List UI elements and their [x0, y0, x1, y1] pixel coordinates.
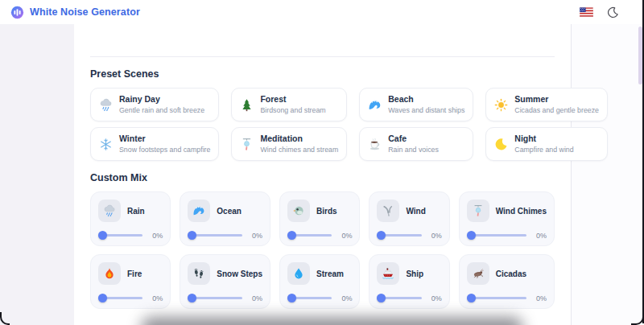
mixer-sound-name: Ship	[406, 269, 423, 278]
slider-thumb[interactable]	[467, 294, 476, 302]
sound-icon-badge	[377, 262, 399, 285]
app-header: White Noise Generator	[0, 0, 644, 24]
language-flag-button[interactable]	[580, 7, 593, 17]
preset-description: Rain and voices	[388, 146, 439, 154]
sound-icon-badge	[467, 200, 489, 222]
preset-name: Meditation	[260, 134, 338, 144]
theme-toggle-moon-icon[interactable]	[607, 6, 619, 19]
preset-card-rainy-day[interactable]: Rainy Day Gentle rain and soft breeze	[90, 88, 219, 121]
rain-cloud-icon	[99, 98, 113, 112]
volume-value: 0%	[532, 294, 547, 302]
preset-card-summer[interactable]: Summer Cicadas and gentle breeze	[485, 88, 608, 121]
preset-scenes-title: Preset Scenes	[90, 68, 555, 80]
preset-name: Night	[514, 134, 573, 144]
volume-slider-fire[interactable]	[98, 294, 142, 302]
snowflake-icon	[99, 138, 113, 151]
wind-chime-icon	[472, 204, 485, 217]
volume-value: 0%	[148, 232, 163, 240]
volume-slider-snow-steps[interactable]	[188, 294, 242, 302]
droplet-icon	[292, 267, 305, 280]
volume-slider-cicadas[interactable]	[467, 294, 526, 302]
slider-thumb[interactable]	[188, 294, 196, 302]
preset-name: Winter	[119, 134, 210, 144]
preset-name: Cafe	[388, 134, 439, 144]
preset-description: Birdsong and stream	[260, 106, 325, 115]
rain-cloud-icon	[103, 204, 116, 217]
bird-icon	[292, 204, 305, 217]
mixer-sound-name: Wind	[406, 207, 425, 216]
sound-icon-badge	[377, 200, 399, 222]
fire-icon	[103, 267, 116, 280]
mixer-sound-name: Fire	[127, 269, 142, 278]
preset-card-forest[interactable]: Forest Birdsong and stream	[231, 88, 347, 121]
mixer-grid: Rain 0% Ocean 0% Birds	[90, 191, 555, 309]
scrollbar-thumb[interactable]	[638, 27, 642, 84]
coffee-icon	[368, 138, 382, 151]
volume-value: 0%	[337, 294, 352, 302]
wave-icon	[368, 98, 382, 112]
volume-value: 0%	[532, 232, 547, 240]
sound-icon-badge	[98, 262, 121, 285]
mixer-sound-name: Snow Steps	[217, 269, 262, 278]
wind-chime-icon	[240, 138, 254, 151]
slider-thumb[interactable]	[98, 231, 107, 240]
volume-value: 0%	[427, 294, 442, 302]
sound-icon-badge	[287, 262, 310, 285]
mixer-card-stream: Stream 0%	[279, 254, 360, 309]
wind-gust-icon	[382, 204, 394, 217]
mixer-card-wind-chimes: Wind Chimes 0%	[459, 191, 555, 246]
volume-slider-ocean[interactable]	[188, 231, 242, 240]
preset-description: Cicadas and gentle breeze	[514, 106, 599, 115]
mixer-sound-name: Rain	[127, 207, 145, 216]
volume-slider-birds[interactable]	[287, 231, 332, 240]
volume-slider-ship[interactable]	[377, 294, 421, 302]
mixer-card-ship: Ship 0%	[369, 254, 449, 309]
volume-value: 0%	[148, 294, 163, 302]
mixer-card-snow-steps: Snow Steps 0%	[180, 254, 270, 309]
mixer-card-cicadas: Cicadas 0%	[459, 254, 555, 309]
preset-name: Forest	[260, 94, 325, 105]
slider-thumb[interactable]	[98, 294, 107, 302]
volume-slider-wind-chimes[interactable]	[467, 231, 526, 240]
wave-icon	[192, 204, 205, 217]
preset-name: Beach	[388, 94, 464, 105]
sound-icon-badge	[467, 262, 489, 285]
section-divider	[90, 56, 555, 57]
preset-description: Campfire and wind	[514, 146, 573, 154]
preset-name: Summer	[514, 94, 599, 105]
mixer-sound-name: Birds	[316, 207, 337, 216]
volume-value: 0%	[248, 232, 262, 240]
crescent-moon-icon	[494, 138, 508, 151]
volume-value: 0%	[248, 294, 262, 302]
volume-slider-rain[interactable]	[98, 231, 142, 240]
volume-slider-wind[interactable]	[377, 231, 421, 240]
mixer-card-fire: Fire 0%	[90, 254, 171, 309]
slider-thumb[interactable]	[377, 231, 386, 240]
page-background: Preset Scenes Rainy Day Gentle rain and …	[0, 24, 644, 325]
preset-card-cafe[interactable]: Cafe Rain and voices	[359, 127, 473, 161]
volume-value: 0%	[337, 232, 352, 240]
app-logo-icon	[10, 6, 24, 19]
slider-thumb[interactable]	[188, 231, 196, 240]
mixer-card-wind: Wind 0%	[369, 191, 449, 246]
preset-card-winter[interactable]: Winter Snow footsteps and campfire	[90, 127, 219, 161]
cricket-icon	[472, 267, 485, 280]
evergreen-tree-icon	[240, 98, 254, 112]
mixer-sound-name: Stream	[316, 269, 344, 278]
sound-icon-badge	[188, 200, 210, 222]
slider-track	[467, 234, 526, 237]
preset-card-meditation[interactable]: Meditation Wind chimes and stream	[231, 127, 347, 161]
footprints-icon	[192, 267, 205, 280]
mixer-card-birds: Birds 0%	[279, 191, 360, 246]
preset-description: Snow footsteps and campfire	[119, 146, 210, 154]
preset-card-beach[interactable]: Beach Waves and distant ships	[359, 88, 473, 121]
main-content: Preset Scenes Rainy Day Gentle rain and …	[74, 24, 572, 325]
preset-name: Rainy Day	[119, 94, 204, 105]
slider-thumb[interactable]	[467, 231, 476, 240]
app-title: White Noise Generator	[30, 6, 140, 18]
slider-thumb[interactable]	[287, 231, 296, 240]
slider-thumb[interactable]	[287, 294, 296, 302]
volume-slider-stream[interactable]	[287, 294, 332, 302]
preset-card-night[interactable]: Night Campfire and wind	[485, 127, 608, 161]
slider-thumb[interactable]	[377, 294, 386, 302]
